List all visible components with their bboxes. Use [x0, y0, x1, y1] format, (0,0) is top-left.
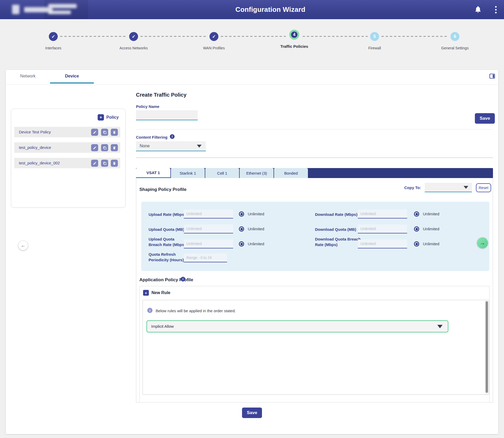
- policy-name-input[interactable]: [136, 110, 198, 120]
- download-rate-label: Download Rate (Mbps): [315, 212, 361, 217]
- download-breach-unlimited-radio[interactable]: [414, 241, 419, 247]
- upload-quota-input[interactable]: [184, 225, 233, 233]
- content-filtering-info-icon[interactable]: i: [170, 134, 175, 139]
- step-interfaces[interactable]: ✓ Interfaces: [27, 32, 80, 50]
- step-number: 5: [370, 32, 379, 41]
- arrow-left-icon: ←: [21, 243, 26, 248]
- download-rate-unlimited-radio[interactable]: [414, 211, 419, 217]
- duplicate-policy-icon[interactable]: [101, 144, 108, 151]
- more-options-kebab-icon[interactable]: [493, 5, 499, 14]
- step-traffic-policies[interactable]: 4 Traffic Policies: [268, 30, 321, 49]
- policy-list-item[interactable]: test_policy_device: [14, 142, 120, 153]
- add-policy-label: Policy: [106, 115, 119, 120]
- rule-value: Implicit Allow: [151, 321, 174, 332]
- content-filtering-label: Content Filtering: [136, 135, 167, 139]
- rule-dropdown[interactable]: Implicit Allow: [146, 320, 448, 332]
- policy-name: Device Test Policy: [19, 127, 51, 137]
- delete-policy-icon[interactable]: [111, 144, 118, 151]
- policy-name: test_policy_device_002: [19, 158, 60, 168]
- content-filtering-dropdown[interactable]: None: [136, 141, 206, 151]
- create-traffic-policy-title: Create Traffic Policy: [136, 92, 186, 98]
- step-wan-profiles[interactable]: ✓ WAN Profiles: [188, 32, 240, 50]
- site-name-text: [48, 11, 71, 14]
- add-policy-button[interactable]: + Policy: [98, 114, 119, 121]
- step-access-networks[interactable]: ✓ Access Networks: [107, 32, 160, 50]
- next-interface-button[interactable]: →: [477, 237, 488, 248]
- upload-quota-unlimited-radio[interactable]: [239, 226, 244, 232]
- chevron-down-icon: [197, 145, 202, 148]
- save-policy-button[interactable]: Save: [475, 113, 495, 124]
- arrow-right-icon: →: [480, 240, 485, 246]
- step-check-icon: ✓: [49, 32, 58, 41]
- unlimited-label: Unlimited: [423, 212, 439, 216]
- edit-policy-icon[interactable]: [91, 144, 98, 151]
- copy-to-dropdown[interactable]: [425, 183, 472, 192]
- quota-refresh-periodicity-input[interactable]: [184, 253, 227, 262]
- save-button[interactable]: Save: [242, 408, 262, 418]
- edit-policy-icon[interactable]: [91, 129, 98, 136]
- policy-list-item[interactable]: test_policy_device_002: [14, 158, 120, 168]
- step-label: Traffic Policies: [280, 44, 308, 49]
- upload-rate-label: Upload Rate (Mbps): [149, 212, 187, 217]
- step-label: Firewall: [368, 46, 381, 50]
- duplicate-policy-icon[interactable]: [101, 129, 108, 136]
- tab-ethernet-3[interactable]: Ethernet (3): [239, 168, 274, 178]
- rules-order-info-icon: i: [147, 308, 153, 313]
- step-check-icon: ✓: [129, 32, 138, 41]
- upload-quota-breach-rate-input[interactable]: [184, 239, 233, 248]
- duplicate-policy-icon[interactable]: [101, 160, 108, 167]
- rules-scrollbar-thumb[interactable]: [486, 301, 488, 393]
- notifications-bell-icon[interactable]: [474, 5, 482, 14]
- collapse-panel-icon[interactable]: [489, 74, 495, 80]
- policy-name: test_policy_device: [19, 142, 51, 153]
- step-label: Access Networks: [119, 46, 148, 50]
- app-header: Configuration Wizard: [0, 0, 504, 19]
- tab-device[interactable]: Device: [59, 74, 85, 79]
- step-general-settings[interactable]: 6 General Settings: [429, 32, 481, 50]
- tab-starlink-1[interactable]: Starlink 1: [170, 168, 205, 178]
- rules-list-panel: [143, 300, 489, 395]
- tab-bonded[interactable]: Bonded: [274, 168, 308, 178]
- copy-to-label: Copy To:: [404, 185, 421, 190]
- tab-network[interactable]: Network: [15, 74, 41, 79]
- step-number: 4: [289, 30, 299, 40]
- edit-policy-icon[interactable]: [91, 160, 98, 167]
- interface-tab-bar: VSAT 1 Starlink 1 Cell 1 Ethernet (3) Bo…: [136, 168, 493, 178]
- policy-list-item[interactable]: Device Test Policy: [14, 127, 120, 137]
- reset-button[interactable]: Reset: [476, 183, 491, 192]
- brand-logo-icon: [12, 5, 19, 14]
- page-title: Configuration Wizard: [205, 6, 336, 14]
- delete-policy-icon[interactable]: [111, 129, 118, 136]
- rules-order-info-text: Below rules will be applied in the order…: [156, 309, 236, 313]
- tab-cell-1[interactable]: Cell 1: [205, 168, 239, 178]
- step-firewall[interactable]: 5 Firewall: [348, 32, 401, 50]
- step-number: 6: [450, 32, 459, 41]
- plus-icon: +: [98, 114, 104, 121]
- unlimited-label: Unlimited: [248, 227, 264, 231]
- delete-policy-icon[interactable]: [111, 160, 118, 167]
- download-quota-unlimited-radio[interactable]: [414, 226, 419, 232]
- content-filtering-value: None: [140, 141, 150, 151]
- download-quota-input[interactable]: [358, 225, 407, 233]
- application-policy-info-icon[interactable]: i: [181, 277, 185, 281]
- unlimited-label: Unlimited: [423, 227, 439, 231]
- tab-vsat-1[interactable]: VSAT 1: [136, 168, 170, 178]
- upload-rate-unlimited-radio[interactable]: [239, 211, 244, 217]
- upload-rate-input[interactable]: [184, 210, 233, 218]
- tabs-divider: [6, 85, 498, 85]
- step-check-icon: ✓: [209, 32, 218, 41]
- chevron-down-icon: [437, 325, 443, 328]
- org-name-text: [48, 4, 77, 8]
- download-quota-label: Download Quota (MB): [315, 227, 361, 232]
- step-label: General Settings: [441, 46, 469, 50]
- new-rule-button[interactable]: + New Rule: [143, 290, 170, 296]
- download-rate-input[interactable]: [358, 210, 407, 218]
- step-label: WAN Profiles: [203, 46, 225, 50]
- section-divider: [136, 129, 493, 129]
- unlimited-label: Unlimited: [248, 242, 264, 246]
- back-arrow-button[interactable]: ←: [18, 241, 28, 250]
- active-tab-underline: [50, 82, 94, 84]
- shaping-policy-profile-title: Shaping Policy Profile: [139, 187, 186, 192]
- download-quota-breach-rate-input[interactable]: [358, 239, 407, 248]
- upload-breach-unlimited-radio[interactable]: [239, 241, 244, 247]
